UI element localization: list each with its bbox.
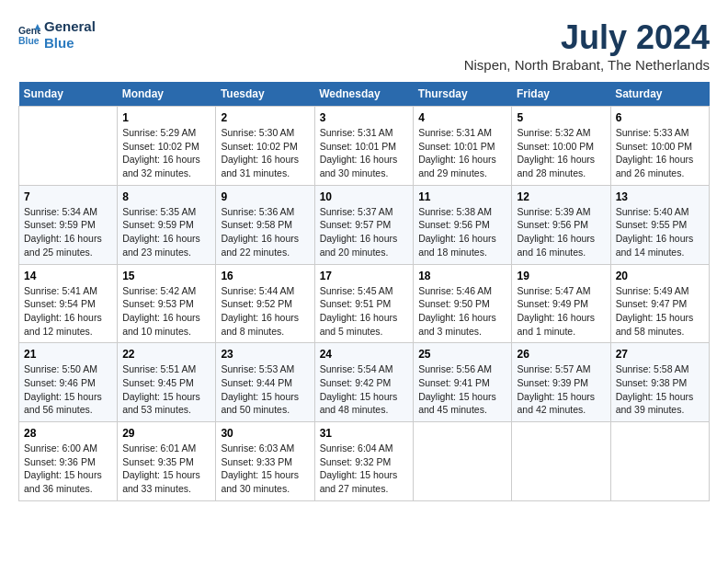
day-number: 6 bbox=[616, 111, 704, 124]
day-info: Sunrise: 5:30 AM Sunset: 10:02 PM Daylig… bbox=[221, 126, 309, 180]
day-info: Sunrise: 5:31 AM Sunset: 10:01 PM Daylig… bbox=[320, 126, 409, 180]
day-number: 11 bbox=[418, 190, 506, 203]
day-number: 12 bbox=[517, 190, 605, 203]
calendar-cell: 31Sunrise: 6:04 AM Sunset: 9:32 PM Dayli… bbox=[314, 422, 414, 501]
page-header: General Blue General Blue July 2024 Nisp… bbox=[18, 18, 710, 73]
header-saturday: Saturday bbox=[610, 82, 709, 107]
day-number: 29 bbox=[122, 427, 210, 440]
day-info: Sunrise: 5:37 AM Sunset: 9:57 PM Dayligh… bbox=[320, 205, 409, 259]
calendar-cell: 29Sunrise: 6:01 AM Sunset: 9:35 PM Dayli… bbox=[118, 422, 216, 501]
calendar-cell: 25Sunrise: 5:56 AM Sunset: 9:41 PM Dayli… bbox=[414, 343, 512, 422]
day-info: Sunrise: 5:40 AM Sunset: 9:55 PM Dayligh… bbox=[616, 205, 704, 259]
calendar-cell: 17Sunrise: 5:45 AM Sunset: 9:51 PM Dayli… bbox=[314, 264, 414, 343]
day-info: Sunrise: 5:56 AM Sunset: 9:41 PM Dayligh… bbox=[418, 362, 506, 417]
day-info: Sunrise: 5:58 AM Sunset: 9:38 PM Dayligh… bbox=[616, 362, 704, 417]
day-info: Sunrise: 5:53 AM Sunset: 9:44 PM Dayligh… bbox=[221, 362, 309, 417]
day-info: Sunrise: 5:31 AM Sunset: 10:01 PM Daylig… bbox=[418, 126, 506, 180]
day-number: 2 bbox=[221, 111, 309, 124]
day-info: Sunrise: 5:35 AM Sunset: 9:59 PM Dayligh… bbox=[122, 205, 210, 259]
day-number: 16 bbox=[221, 270, 309, 282]
day-number: 31 bbox=[320, 427, 409, 440]
day-info: Sunrise: 5:54 AM Sunset: 9:42 PM Dayligh… bbox=[320, 362, 409, 417]
calendar-cell: 24Sunrise: 5:54 AM Sunset: 9:42 PM Dayli… bbox=[314, 343, 414, 422]
calendar-cell: 15Sunrise: 5:42 AM Sunset: 9:53 PM Dayli… bbox=[118, 264, 216, 343]
logo-line2: Blue bbox=[44, 35, 96, 52]
calendar-cell: 11Sunrise: 5:38 AM Sunset: 9:56 PM Dayli… bbox=[414, 185, 512, 264]
day-number: 17 bbox=[320, 270, 409, 282]
header-thursday: Thursday bbox=[414, 82, 512, 107]
day-info: Sunrise: 5:29 AM Sunset: 10:02 PM Daylig… bbox=[122, 126, 210, 180]
day-number: 3 bbox=[320, 111, 409, 124]
calendar-cell: 10Sunrise: 5:37 AM Sunset: 9:57 PM Dayli… bbox=[314, 185, 414, 264]
day-number: 13 bbox=[616, 190, 704, 203]
calendar-cell bbox=[414, 422, 512, 501]
calendar-cell: 18Sunrise: 5:46 AM Sunset: 9:50 PM Dayli… bbox=[414, 264, 512, 343]
calendar-cell: 20Sunrise: 5:49 AM Sunset: 9:47 PM Dayli… bbox=[610, 264, 709, 343]
calendar-cell bbox=[512, 422, 610, 501]
day-info: Sunrise: 5:42 AM Sunset: 9:53 PM Dayligh… bbox=[122, 284, 210, 339]
day-number: 27 bbox=[616, 348, 704, 361]
calendar-cell: 21Sunrise: 5:50 AM Sunset: 9:46 PM Dayli… bbox=[19, 343, 118, 422]
header-wednesday: Wednesday bbox=[314, 82, 414, 107]
day-info: Sunrise: 5:36 AM Sunset: 9:58 PM Dayligh… bbox=[221, 205, 309, 259]
calendar-cell: 12Sunrise: 5:39 AM Sunset: 9:56 PM Dayli… bbox=[512, 185, 610, 264]
calendar-cell bbox=[610, 422, 709, 501]
day-info: Sunrise: 6:03 AM Sunset: 9:33 PM Dayligh… bbox=[221, 442, 309, 496]
calendar-cell: 6Sunrise: 5:33 AM Sunset: 10:00 PM Dayli… bbox=[610, 107, 709, 186]
day-number: 15 bbox=[122, 270, 210, 282]
calendar-cell: 28Sunrise: 6:00 AM Sunset: 9:36 PM Dayli… bbox=[19, 422, 118, 501]
day-number: 10 bbox=[320, 190, 409, 203]
day-info: Sunrise: 6:00 AM Sunset: 9:36 PM Dayligh… bbox=[24, 442, 112, 496]
day-info: Sunrise: 5:49 AM Sunset: 9:47 PM Dayligh… bbox=[616, 284, 704, 339]
header-sunday: Sunday bbox=[19, 82, 118, 107]
day-number: 18 bbox=[418, 270, 506, 282]
calendar-cell: 7Sunrise: 5:34 AM Sunset: 9:59 PM Daylig… bbox=[19, 185, 118, 264]
svg-text:Blue: Blue bbox=[18, 36, 40, 46]
day-info: Sunrise: 5:41 AM Sunset: 9:54 PM Dayligh… bbox=[24, 284, 112, 339]
calendar-cell: 22Sunrise: 5:51 AM Sunset: 9:45 PM Dayli… bbox=[118, 343, 216, 422]
logo-icon: General Blue bbox=[18, 24, 40, 46]
day-number: 30 bbox=[221, 427, 309, 440]
main-title: July 2024 bbox=[464, 18, 710, 57]
day-info: Sunrise: 5:38 AM Sunset: 9:56 PM Dayligh… bbox=[418, 205, 506, 259]
day-number: 4 bbox=[418, 111, 506, 124]
calendar-cell: 9Sunrise: 5:36 AM Sunset: 9:58 PM Daylig… bbox=[216, 185, 314, 264]
day-info: Sunrise: 6:04 AM Sunset: 9:32 PM Dayligh… bbox=[320, 442, 409, 496]
calendar-cell: 13Sunrise: 5:40 AM Sunset: 9:55 PM Dayli… bbox=[610, 185, 709, 264]
calendar-cell: 5Sunrise: 5:32 AM Sunset: 10:00 PM Dayli… bbox=[512, 107, 610, 186]
day-number: 19 bbox=[517, 270, 605, 282]
day-number: 22 bbox=[122, 348, 210, 361]
day-number: 8 bbox=[122, 190, 210, 203]
logo-line1: General bbox=[44, 18, 96, 35]
logo: General Blue General Blue bbox=[18, 18, 96, 52]
day-info: Sunrise: 5:51 AM Sunset: 9:45 PM Dayligh… bbox=[122, 362, 210, 417]
day-info: Sunrise: 5:47 AM Sunset: 9:49 PM Dayligh… bbox=[517, 284, 605, 339]
calendar-cell: 26Sunrise: 5:57 AM Sunset: 9:39 PM Dayli… bbox=[512, 343, 610, 422]
calendar-cell: 16Sunrise: 5:44 AM Sunset: 9:52 PM Dayli… bbox=[216, 264, 314, 343]
calendar-cell bbox=[19, 107, 118, 186]
calendar-cell: 27Sunrise: 5:58 AM Sunset: 9:38 PM Dayli… bbox=[610, 343, 709, 422]
day-info: Sunrise: 5:34 AM Sunset: 9:59 PM Dayligh… bbox=[24, 205, 112, 259]
calendar-cell: 2Sunrise: 5:30 AM Sunset: 10:02 PM Dayli… bbox=[216, 107, 314, 186]
day-number: 26 bbox=[517, 348, 605, 361]
subtitle: Nispen, North Brabant, The Netherlands bbox=[464, 57, 710, 73]
day-number: 14 bbox=[24, 270, 112, 282]
calendar-cell: 1Sunrise: 5:29 AM Sunset: 10:02 PM Dayli… bbox=[118, 107, 216, 186]
calendar-cell: 30Sunrise: 6:03 AM Sunset: 9:33 PM Dayli… bbox=[216, 422, 314, 501]
day-info: Sunrise: 5:44 AM Sunset: 9:52 PM Dayligh… bbox=[221, 284, 309, 339]
header-friday: Friday bbox=[512, 82, 610, 107]
calendar-cell: 3Sunrise: 5:31 AM Sunset: 10:01 PM Dayli… bbox=[314, 107, 414, 186]
day-number: 24 bbox=[320, 348, 409, 361]
calendar-table: SundayMondayTuesdayWednesdayThursdayFrid… bbox=[18, 82, 710, 501]
day-info: Sunrise: 5:57 AM Sunset: 9:39 PM Dayligh… bbox=[517, 362, 605, 417]
day-number: 21 bbox=[24, 348, 112, 361]
day-info: Sunrise: 5:39 AM Sunset: 9:56 PM Dayligh… bbox=[517, 205, 605, 259]
day-info: Sunrise: 6:01 AM Sunset: 9:35 PM Dayligh… bbox=[122, 442, 210, 496]
header-monday: Monday bbox=[118, 82, 216, 107]
day-number: 20 bbox=[616, 270, 704, 282]
calendar-cell: 14Sunrise: 5:41 AM Sunset: 9:54 PM Dayli… bbox=[19, 264, 118, 343]
calendar-cell: 8Sunrise: 5:35 AM Sunset: 9:59 PM Daylig… bbox=[118, 185, 216, 264]
header-tuesday: Tuesday bbox=[216, 82, 314, 107]
day-number: 9 bbox=[221, 190, 309, 203]
day-number: 5 bbox=[517, 111, 605, 124]
